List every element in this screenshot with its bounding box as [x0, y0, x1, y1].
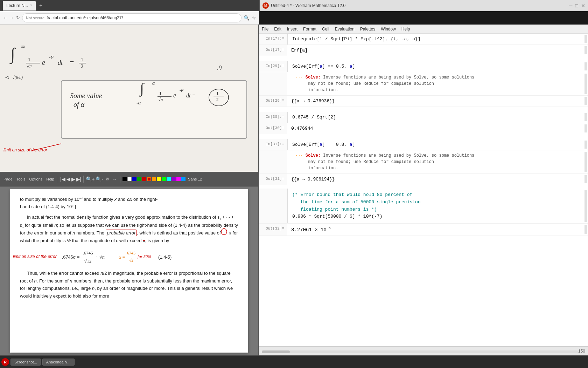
- pdf-nav-first[interactable]: |◀: [60, 176, 65, 182]
- cell-bracket-29in: [584, 62, 587, 70]
- mathematica-icon: M: [262, 2, 269, 9]
- out30-value: 0.476944: [287, 123, 584, 134]
- in30-code[interactable]: 0.6745 / Sqrt[2]: [287, 112, 584, 123]
- back-button[interactable]: ←: [3, 15, 7, 20]
- cell-bracket-31in: [584, 141, 587, 149]
- in29-code[interactable]: Solve[Erf[a] == 0.5, a]: [287, 61, 584, 72]
- maximize-button[interactable]: □: [575, 3, 578, 8]
- address-bar[interactable]: Not secure fractal.math.unr.edu/~ejolson…: [22, 13, 241, 22]
- menu-edit[interactable]: Edit: [274, 27, 281, 32]
- in31-code[interactable]: Solve[Erf[a] == 0.8, a]: [287, 139, 584, 150]
- warning-31-text: ··· Solve: Inverse functions are being u…: [287, 150, 584, 173]
- cell-bracket-32in: [584, 190, 587, 222]
- in32-comment[interactable]: (* Error bound that would hold 80 percen…: [287, 189, 584, 223]
- pdf-nav-prev[interactable]: ◀: [66, 176, 70, 182]
- color-black[interactable]: [122, 177, 127, 181]
- color-magenta[interactable]: [176, 177, 181, 181]
- toolbar-separator-2: [83, 176, 84, 183]
- menu-evaluation[interactable]: Evaluation: [335, 27, 355, 32]
- font-label: Sans: [188, 177, 197, 181]
- pdf-page-btn[interactable]: Page: [2, 176, 14, 182]
- menu-window[interactable]: Window: [381, 27, 396, 32]
- tab-close-button[interactable]: ×: [30, 4, 32, 7]
- warning-31-spacer: [259, 150, 287, 173]
- cell-group-29: In[29]:= Solve[Erf[a] == 0.5, a]: [259, 61, 588, 72]
- font-size-label: 12: [198, 177, 202, 181]
- pdf-options-btn[interactable]: Options: [28, 176, 44, 182]
- cell-group-32out: Out[32]= 8.27061 × 10−6: [259, 224, 588, 236]
- cell-group-32comment: (* Error bound that would hold 80 percen…: [259, 189, 588, 224]
- svg-text:√π: √π: [158, 97, 163, 102]
- main-formula: .6745σ = .6745 √12 · √n: [62, 249, 105, 265]
- menu-insert[interactable]: Insert: [287, 27, 298, 32]
- pdf-nav-last[interactable]: ▶|: [76, 176, 82, 182]
- warning-msg-31: Inverse functions are being used by Solv…: [295, 153, 474, 171]
- raspberry-icon[interactable]: R: [1, 358, 9, 366]
- out31-value: {{a → 0.906194}}: [287, 174, 584, 185]
- pdf-help-btn[interactable]: Help: [45, 176, 56, 182]
- svg-text:-x: -x: [5, 75, 9, 80]
- taskbar: R Screenshot... Anaconda N...: [0, 355, 588, 368]
- taskbar-screenshot[interactable]: Screenshot...: [10, 359, 41, 366]
- taskbar-anaconda[interactable]: Anaconda N...: [42, 359, 75, 366]
- color-blue[interactable]: [132, 177, 136, 181]
- forward-button[interactable]: →: [9, 15, 14, 20]
- in32-label-spacer: [259, 189, 287, 223]
- color-red[interactable]: [142, 177, 146, 181]
- menu-palettes[interactable]: Palettes: [360, 27, 375, 32]
- close-button[interactable]: ✕: [581, 3, 585, 8]
- color-orange[interactable]: [152, 177, 156, 181]
- pdf-fit-page[interactable]: ⊠: [104, 176, 110, 182]
- color-purple[interactable]: [172, 177, 176, 181]
- pdf-content-area[interactable]: to multiply all variances by 10–d and to…: [0, 186, 258, 355]
- cell-bracket-32out: [584, 225, 587, 234]
- pdf-intro-text: to multiply all variances by 10–d and to…: [20, 196, 238, 211]
- pdf-zoom-in[interactable]: 🔍+: [86, 176, 94, 182]
- pdf-zoom-out[interactable]: 🔍-: [96, 176, 103, 182]
- menu-help[interactable]: Help: [401, 27, 410, 32]
- cell-bracket-17out: [584, 46, 587, 54]
- cell-bracket-30out: [584, 124, 587, 132]
- notebook-bottom-space: [259, 236, 588, 264]
- menu-file[interactable]: File: [262, 27, 268, 32]
- new-tab-button[interactable]: +: [37, 2, 44, 9]
- horizontal-scrollbar[interactable]: [262, 349, 578, 353]
- toolbar-separator-3: [120, 176, 120, 183]
- svg-text:√π: √π: [27, 64, 32, 69]
- color-cyan[interactable]: [167, 177, 171, 181]
- out32-value: 8.27061 × 10−6: [287, 224, 584, 236]
- notebook-content[interactable]: In[17]:= Integrate[1 / Sqrt[Pi] * Exp[-t…: [259, 34, 588, 346]
- svg-text:∞: ∞: [21, 43, 25, 49]
- in31-label: In[31]:=: [259, 139, 287, 150]
- search-icon[interactable]: 🔍: [244, 15, 250, 21]
- color-yellow[interactable]: [157, 177, 161, 181]
- bookmark-icon[interactable]: ☆: [252, 15, 256, 21]
- svg-text:2: 2: [81, 64, 83, 69]
- mathematica-panel: File Edit Insert Format Cell Evaluation …: [259, 25, 588, 355]
- page-number: 150: [578, 349, 585, 354]
- in29-label: In[29]:=: [259, 61, 287, 72]
- svg-text:1: 1: [28, 57, 30, 62]
- warning-solve-29: Solve:: [306, 75, 321, 80]
- formula-row: limit on size of the error .6745σ = .674…: [20, 249, 238, 265]
- in17-code[interactable]: Integrate[1 / Sqrt[Pi] * Exp[-t^2], {t, …: [287, 34, 584, 45]
- pdf-tools-btn[interactable]: Tools: [15, 176, 27, 182]
- cell-bracket-17in: [584, 35, 587, 43]
- mathematica-title: Untitled-4 * - Wolfram Mathematica 12.0: [271, 3, 345, 8]
- color-red2[interactable]: [147, 177, 151, 181]
- menu-cell[interactable]: Cell: [322, 27, 329, 32]
- pdf-nav-next[interactable]: ▶: [71, 176, 75, 182]
- color-sky[interactable]: [181, 177, 186, 181]
- menu-format[interactable]: Format: [303, 27, 316, 32]
- color-green[interactable]: [137, 177, 141, 181]
- svg-text:dt: dt: [58, 59, 63, 66]
- pdf-fit-width[interactable]: ↔: [111, 176, 118, 182]
- color-white[interactable]: [127, 177, 132, 181]
- minimize-button[interactable]: ─: [569, 3, 573, 8]
- limit-annotation: limit on size of the error: [13, 253, 57, 260]
- in32-code-line: 0.906 * Sqrt[50000 / 6] * 10^(-7): [292, 214, 382, 219]
- window-controls[interactable]: ─ □ ✕: [569, 3, 585, 8]
- browser-tab[interactable]: Lecture N... ×: [3, 1, 36, 11]
- color-lime[interactable]: [162, 177, 166, 181]
- reload-button[interactable]: ↻: [16, 15, 20, 20]
